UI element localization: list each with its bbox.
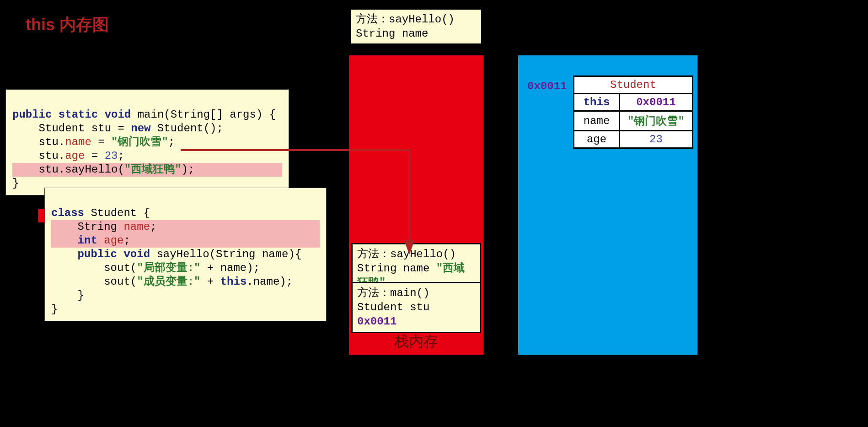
code-class: class Student { String name; int age; pu… bbox=[44, 188, 327, 321]
kw-int: int bbox=[78, 234, 97, 247]
field-age: age bbox=[65, 150, 85, 162]
red-marker bbox=[38, 209, 44, 222]
field-decl-age: age bbox=[104, 234, 123, 247]
line-brace: } bbox=[12, 177, 19, 189]
str-member: "成员变量:" bbox=[137, 276, 200, 288]
kw-class: class bbox=[51, 207, 84, 219]
kw-static: static bbox=[59, 108, 98, 121]
heap-memory: 0x0011 Student this0x0011name"钢门吹雪"age23 bbox=[517, 54, 699, 356]
str-local: "局部变量:" bbox=[137, 262, 200, 274]
highlight-fields: String name; int age; bbox=[51, 220, 320, 248]
line-assign-name: stu. bbox=[12, 136, 65, 148]
overflow-method: sayHello() bbox=[389, 13, 455, 26]
class-name: Student { bbox=[84, 207, 150, 219]
frame-var-name: String name bbox=[357, 262, 436, 275]
heap-key-this: this bbox=[574, 94, 620, 111]
kw-void2: void bbox=[123, 248, 150, 260]
sig-main: main(String[] args) { bbox=[131, 108, 276, 121]
field-decl-name: name bbox=[123, 221, 150, 233]
heap-key-age: age bbox=[574, 131, 620, 148]
line-new: Student(); bbox=[150, 122, 223, 135]
heap-key-name: name bbox=[574, 111, 620, 131]
line-brace3: } bbox=[51, 303, 58, 315]
object-class: Student bbox=[574, 76, 693, 94]
kw-void: void bbox=[105, 108, 131, 121]
num-age: 23 bbox=[105, 150, 118, 162]
line-assign-age: stu. bbox=[12, 150, 65, 162]
overflow-var: String name bbox=[356, 27, 428, 40]
heap-object-student: Student this0x0011name"钢门吹雪"age23 bbox=[573, 76, 693, 149]
frame-val-addr: 0x0011 bbox=[357, 315, 396, 328]
line-decl: Student stu = bbox=[12, 122, 131, 135]
highlight-call: stu.sayHello("西域狂鸭"); bbox=[12, 163, 282, 177]
frame-var-stu: Student stu bbox=[357, 301, 429, 313]
frame-method-sayhello: sayHello() bbox=[390, 248, 456, 260]
stack-memory: 方法：sayHello() String name "西域狂鸭" 方法：main… bbox=[348, 54, 485, 356]
heap-val-age: 23 bbox=[620, 131, 693, 148]
stack-frame-overflow: 方法：sayHello() String name bbox=[350, 8, 482, 45]
heap-val-name: "钢门吹雪" bbox=[620, 111, 693, 131]
kw-new: new bbox=[131, 122, 150, 135]
line-brace2: } bbox=[51, 289, 84, 302]
str-arg: "西域狂鸭" bbox=[124, 163, 182, 176]
kw-public2: public bbox=[78, 248, 117, 260]
kw-this: this bbox=[220, 276, 247, 288]
code-main: public static void main(String[] args) {… bbox=[5, 89, 289, 195]
heap-val-this: 0x0011 bbox=[620, 94, 693, 111]
field-name: name bbox=[65, 136, 91, 148]
heap-address: 0x0011 bbox=[527, 80, 567, 92]
str-name: "钢门吹雪" bbox=[111, 136, 168, 148]
diagram-title: this 内存图 bbox=[26, 14, 109, 36]
frame-method-main: main() bbox=[390, 287, 429, 299]
sig-sayhello: sayHello(String name){ bbox=[150, 248, 301, 260]
kw-public: public bbox=[12, 108, 52, 121]
stack-label: 栈内存 bbox=[349, 332, 483, 352]
stack-frame-main: 方法：main() Student stu 0x0011 bbox=[351, 282, 481, 333]
